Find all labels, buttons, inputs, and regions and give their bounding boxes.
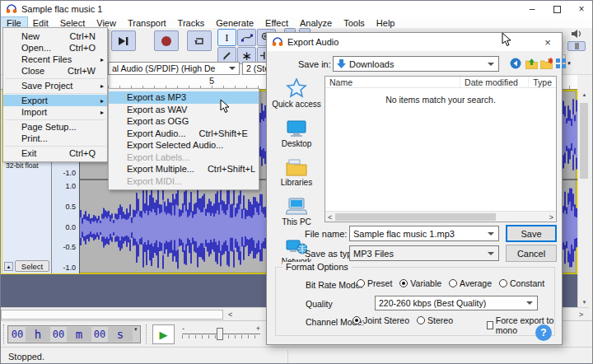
file-menu-item[interactable]: Open... Ctrl+O ▸ (3, 42, 107, 54)
menu-item-label: Export (21, 96, 48, 105)
track-collapse-button[interactable]: ▲ (4, 262, 13, 271)
sidebar-item-label: This PC (282, 217, 311, 226)
menubar-item[interactable]: Tools (338, 17, 371, 28)
audacity-logo-icon (6, 4, 17, 14)
playback-speed-slider[interactable]: - + (182, 326, 260, 343)
scroll-right-icon[interactable]: > (579, 310, 583, 319)
radio-label: Variable (410, 278, 441, 288)
minimize-button[interactable]: – (520, 1, 544, 17)
export-menu-item[interactable]: Export Selected Audio... (109, 139, 259, 152)
file-list[interactable]: Name Date modified Type No items match y… (325, 76, 557, 222)
save-button[interactable]: Save (506, 225, 557, 242)
vertical-scrollbar[interactable]: ▲ ▼ (577, 90, 590, 307)
channel-mode-radio-option[interactable]: Stereo (417, 315, 453, 325)
libraries-icon (286, 159, 307, 176)
file-menu-item[interactable]: Close Ctrl+W ▸ (3, 65, 107, 77)
volume-slider[interactable] (567, 41, 586, 51)
play-at-speed-button[interactable]: ▶ (152, 324, 175, 344)
file-list-hscrollbar-thumb[interactable] (335, 213, 496, 221)
save-as-type-select[interactable]: MP3 Files (349, 245, 499, 261)
record-button[interactable] (154, 30, 179, 51)
sidebar-item-this-pc[interactable]: This PC (282, 198, 311, 226)
scroll-up-icon[interactable]: ▲ (578, 92, 591, 97)
menu-item-label: Save Project (21, 81, 72, 91)
scroll-down-icon[interactable]: ▼ (578, 300, 591, 305)
this-pc-icon (286, 198, 307, 216)
file-menu-item[interactable]: Print... ▸ (3, 133, 107, 144)
sidebar-item-quick-access[interactable]: Quick access (272, 78, 320, 109)
bit-rate-radio-option[interactable]: Constant (499, 278, 544, 288)
export-menu-item[interactable]: Export as OGG (109, 115, 259, 128)
file-list-hscrollbar[interactable]: < > (325, 211, 556, 222)
playback-device-select[interactable]: al Audio (S/PDIF) (High De (108, 62, 240, 75)
time-cell: 00 (9, 327, 26, 342)
scroll-left-icon[interactable]: < (228, 310, 232, 319)
sidebar-item-desktop[interactable]: Desktop (282, 119, 312, 148)
toolbar-grip[interactable] (3, 324, 6, 344)
column-header-date-modified[interactable]: Date modified (460, 77, 529, 87)
menubar-item[interactable]: Tracks (172, 17, 211, 28)
file-menu-item[interactable]: Page Setup... ▸ (3, 121, 107, 133)
scroll-left-icon[interactable]: < (328, 213, 332, 222)
go-to-last-folder-button[interactable] (509, 56, 522, 71)
quality-select[interactable]: 220-260 kbps (Best Quality) (375, 296, 538, 310)
help-button[interactable]: ? (535, 324, 552, 341)
quick-access-star-icon (286, 78, 307, 98)
file-menu-item[interactable]: Exit Ctrl+Q ▸ (3, 147, 107, 159)
export-menu-item[interactable]: Export Audio... Ctrl+Shift+E (109, 128, 259, 140)
loop-button[interactable] (187, 30, 212, 51)
sidebar-item-libraries[interactable]: Libraries (281, 159, 312, 187)
radio-icon (449, 279, 457, 287)
dialog-close-button[interactable]: × (537, 35, 558, 49)
record-icon (161, 36, 171, 46)
toolbar-grip[interactable] (108, 30, 110, 63)
view-menu-button[interactable]: ▾ (554, 56, 572, 71)
bit-rate-radio-option[interactable]: Average (449, 278, 492, 288)
up-one-level-button[interactable] (525, 56, 538, 71)
export-menu-item[interactable]: Export Labels... (109, 152, 259, 164)
file-menu-item[interactable]: New Ctrl+N ▸ (3, 30, 107, 42)
scroll-right-icon[interactable]: > (549, 213, 553, 222)
export-menu-item[interactable]: Export MIDI... (109, 175, 259, 188)
file-menu-item[interactable]: Import ▸ (3, 106, 107, 118)
export-menu-item[interactable]: Export as WAV (109, 104, 259, 116)
vertical-scrollbar-thumb[interactable] (580, 103, 588, 179)
menubar-item[interactable]: Generate (210, 17, 259, 28)
bit-rate-radio-option[interactable]: Variable (399, 278, 441, 288)
close-button[interactable]: × (569, 1, 593, 17)
export-menu-item[interactable]: Export Multiple... Ctrl+Shift+L (109, 163, 259, 175)
file-menu-item[interactable]: Recent Files ▸ (3, 54, 107, 65)
channel-mode-radio-option[interactable]: Joint Stereo (353, 315, 409, 325)
cancel-button-label: Cancel (517, 249, 545, 259)
new-folder-button[interactable]: ✱ (539, 56, 553, 71)
selection-tool-button[interactable]: I (217, 29, 236, 46)
toolbar-grip[interactable] (146, 324, 148, 344)
track-select-button[interactable]: Select (15, 260, 49, 272)
radio-icon (357, 279, 365, 287)
menu-item-label: Recent Files (21, 54, 72, 64)
star-icon: ∗ (241, 52, 252, 60)
time-cell: m (67, 327, 91, 342)
cancel-button[interactable]: Cancel (506, 245, 557, 262)
menubar-item[interactable]: Effect (259, 17, 294, 28)
bit-rate-radio-option[interactable]: Preset (357, 278, 392, 288)
slider-thumb[interactable] (217, 328, 223, 340)
envelope-tool-button[interactable] (237, 29, 256, 46)
skip-to-end-button[interactable] (111, 30, 136, 51)
column-header-name[interactable]: Name (325, 77, 460, 87)
menubar-item[interactable]: Transport (122, 17, 172, 28)
file-menu-item[interactable]: Export ▸ (3, 95, 107, 106)
file-menu-item[interactable]: Save Project ▸ (3, 80, 107, 91)
speaker-icon[interactable] (571, 29, 584, 39)
column-header-type[interactable]: Type (529, 77, 556, 87)
file-name-input[interactable]: Sample flac music 1.mp3 (349, 226, 499, 241)
time-display[interactable]: 00h00m00s (7, 325, 141, 343)
maximize-button[interactable] (544, 1, 569, 17)
dialog-title: Export Audio (287, 37, 339, 47)
scale-value: 1.0 (65, 182, 76, 190)
export-menu-item[interactable]: Export as MP3 (109, 91, 259, 104)
horizontal-scrollbar-thumb[interactable] (1, 310, 223, 320)
save-in-select[interactable]: Downloads (333, 56, 499, 72)
menubar-item[interactable]: Analyze (294, 17, 338, 28)
menubar-item[interactable]: Help (371, 17, 401, 28)
